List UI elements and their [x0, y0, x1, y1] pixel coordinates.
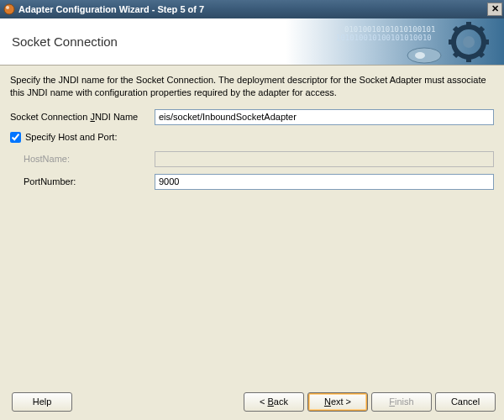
window-title: Adapter Configuration Wizard - Step 5 of…: [18, 4, 487, 14]
specify-host-port-checkbox[interactable]: [10, 132, 21, 143]
svg-point-16: [415, 52, 425, 59]
portnumber-input[interactable]: [155, 174, 494, 190]
jndi-input[interactable]: [155, 109, 494, 125]
app-icon: [3, 3, 15, 15]
titlebar: Adapter Configuration Wizard - Step 5 of…: [0, 0, 504, 18]
page-title: Socket Connection: [0, 34, 118, 49]
jndi-row: Socket Connection JNDI Name: [10, 109, 494, 125]
portnumber-row: PortNumber:: [24, 174, 494, 190]
cancel-button[interactable]: Cancel: [435, 392, 496, 412]
specify-host-port-row: Specify Host and Port:: [10, 132, 494, 143]
content-area: Specify the JNDI name for the Socket Con…: [0, 66, 504, 383]
next-button[interactable]: Next >: [307, 392, 368, 412]
svg-line-12: [478, 28, 483, 33]
host-port-block: HostName: PortNumber:: [10, 151, 494, 190]
wizard-header: Socket Connection 01010010101010100101 1…: [0, 18, 504, 66]
svg-text:01010010101010100101: 01010010101010100101: [344, 25, 435, 34]
svg-point-0: [4, 4, 14, 14]
svg-point-14: [463, 36, 475, 48]
close-button[interactable]: ✕: [487, 3, 502, 16]
intro-text: Specify the JNDI name for the Socket Con…: [10, 74, 494, 99]
header-decoration: 01010010101010100101 1010100101001010100…: [286, 18, 504, 66]
svg-point-1: [6, 6, 9, 9]
back-button[interactable]: < Back: [244, 392, 304, 412]
hostname-input: [155, 151, 494, 167]
finish-button: Finish: [371, 392, 432, 412]
hostname-label: HostName:: [24, 154, 155, 164]
svg-line-11: [454, 51, 459, 56]
svg-line-13: [454, 28, 459, 33]
svg-line-10: [478, 51, 483, 56]
button-bar: Help < Back Next > Finish Cancel: [0, 383, 504, 420]
help-button[interactable]: Help: [12, 392, 72, 412]
svg-text:101010010100101010010: 101010010100101010010: [336, 34, 432, 42]
hostname-row: HostName:: [24, 151, 494, 167]
portnumber-label: PortNumber:: [24, 176, 155, 186]
jndi-label: Socket Connection JNDI Name: [10, 112, 155, 122]
specify-host-port-label: Specify Host and Port:: [25, 132, 117, 142]
